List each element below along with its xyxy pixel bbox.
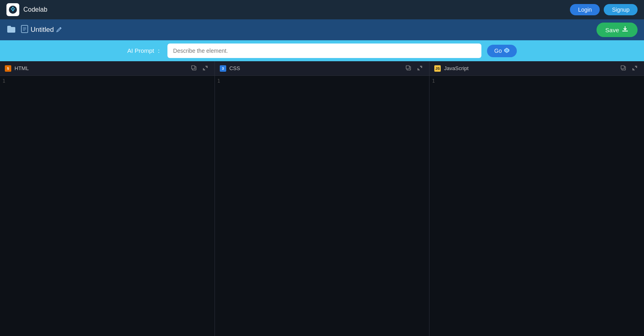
panels-header: 5 HTML 3 CSS	[0, 61, 644, 76]
html-expand-button[interactable]	[201, 64, 210, 73]
second-bar: Untitled Save	[0, 19, 644, 40]
file-icon-wrap: Untitled	[21, 25, 62, 35]
html-panel-actions	[190, 64, 210, 73]
js-panel-actions	[619, 64, 639, 73]
css3-badge-icon: 3	[220, 65, 226, 72]
save-icon	[621, 26, 629, 34]
css-line-number: 1	[217, 78, 220, 84]
nav-left: Codelab	[6, 3, 47, 16]
nav-right: Login Signup	[570, 4, 638, 15]
css-code-panel[interactable]: 1	[215, 76, 430, 336]
html5-badge-icon: 5	[5, 65, 11, 72]
go-button[interactable]: Go	[487, 45, 517, 57]
svg-rect-10	[621, 66, 624, 69]
js-expand-button[interactable]	[630, 64, 639, 73]
svg-point-1	[12, 7, 14, 8]
go-label: Go	[494, 48, 502, 54]
svg-rect-8	[406, 66, 409, 69]
js-panel-header: JS JavaScript	[429, 61, 644, 75]
html-line-number: 1	[2, 78, 5, 84]
js-panel-title: JavaScript	[444, 65, 616, 71]
gem-icon	[504, 48, 510, 54]
css-panel-title: CSS	[229, 65, 401, 71]
html-code-panel[interactable]: 1	[0, 76, 215, 336]
html-panel-title: HTML	[14, 65, 186, 71]
save-label: Save	[605, 27, 619, 33]
ai-prompt-bar: AI Prompt ： Go	[0, 40, 644, 61]
html-panel-header: 5 HTML	[0, 61, 215, 75]
ai-prompt-label: AI Prompt ：	[127, 47, 162, 55]
css-panel-header: 3 CSS	[215, 61, 430, 75]
js-badge-icon: JS	[434, 65, 441, 72]
js-copy-button[interactable]	[619, 64, 628, 73]
file-icon	[21, 25, 28, 35]
edit-icon[interactable]	[56, 27, 62, 33]
css-copy-button[interactable]	[404, 64, 413, 73]
folder-icon	[6, 25, 16, 35]
top-nav: Codelab Login Signup	[0, 0, 644, 19]
ai-prompt-input[interactable]	[167, 44, 481, 58]
css-expand-button[interactable]	[415, 64, 424, 73]
second-bar-left: Untitled	[6, 25, 62, 35]
login-button[interactable]: Login	[570, 4, 600, 15]
css-panel-actions	[404, 64, 424, 73]
file-title: Untitled	[31, 26, 54, 34]
panels-body: 1 1 1	[0, 76, 644, 336]
app-logo	[6, 3, 19, 16]
editor-section: 5 HTML 3 CSS	[0, 61, 644, 336]
js-code-panel[interactable]: 1	[429, 76, 644, 336]
save-button[interactable]: Save	[597, 23, 638, 37]
signup-button[interactable]: Signup	[604, 4, 638, 15]
js-line-number: 1	[432, 78, 435, 84]
app-title: Codelab	[23, 6, 47, 13]
html-copy-button[interactable]	[190, 64, 198, 73]
svg-rect-6	[192, 66, 195, 69]
